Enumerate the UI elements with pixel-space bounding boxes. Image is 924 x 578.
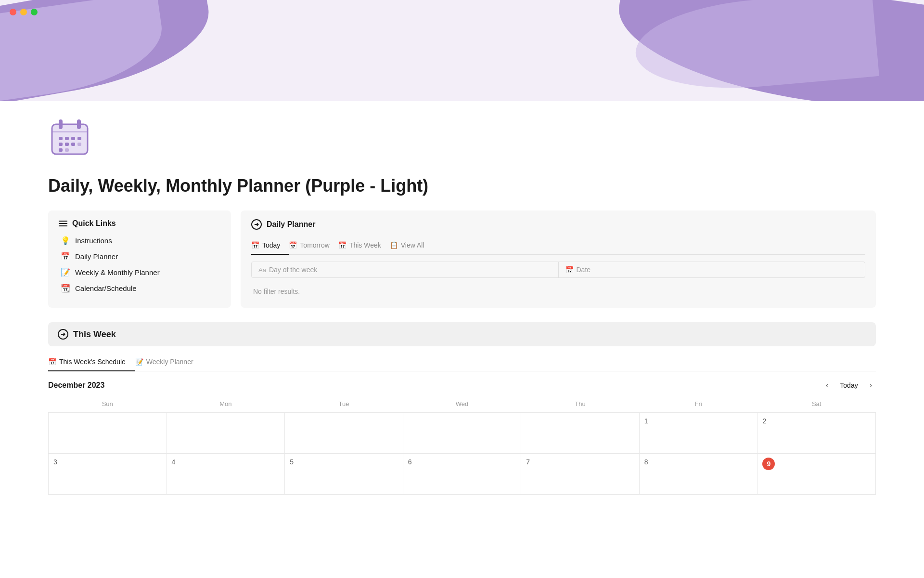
quick-link-weekly-monthly[interactable]: 📝 Weekly & Monthly Planner xyxy=(59,266,220,278)
text-icon: Aa xyxy=(258,266,266,274)
calendar-cell-8[interactable]: 8 xyxy=(639,454,757,495)
this-week-title: This Week xyxy=(73,329,116,340)
calendar-cell-empty4[interactable] xyxy=(403,413,521,454)
calendar-icon: 📅 xyxy=(61,252,70,261)
calendar-week-1: 1 2 xyxy=(49,413,876,454)
svg-rect-0 xyxy=(52,124,88,154)
grid-icon: 📋 xyxy=(390,241,398,249)
calendar-cell-6[interactable]: 6 xyxy=(403,454,521,495)
tab-tomorrow[interactable]: 📅 Tomorrow xyxy=(289,237,338,255)
tab-tomorrow-label: Tomorrow xyxy=(300,241,329,249)
day-7: 7 xyxy=(526,458,530,466)
calendar-cell-empty1[interactable] xyxy=(49,413,167,454)
quick-links-card: Quick Links 💡 Instructions 📅 Daily Plann… xyxy=(48,210,231,308)
quick-link-calendar[interactable]: 📆 Calendar/Schedule xyxy=(59,282,220,294)
minimize-button[interactable] xyxy=(20,9,27,15)
day-8: 8 xyxy=(644,458,648,466)
calendar-cell-4[interactable]: 4 xyxy=(167,454,285,495)
calendar-tomorrow-icon: 📅 xyxy=(289,241,297,249)
quick-link-instructions-label: Instructions xyxy=(75,236,112,245)
calendar-cell-3[interactable]: 3 xyxy=(49,454,167,495)
pencil-icon: 📝 xyxy=(61,268,70,277)
quick-link-daily-planner-label: Daily Planner xyxy=(75,252,118,261)
close-button[interactable] xyxy=(10,9,16,15)
day-1: 1 xyxy=(644,417,648,425)
this-week-section: ➜ This Week 📅 This Week's Schedule 📝 Wee… xyxy=(48,322,876,495)
col-wed: Wed xyxy=(403,397,521,413)
col-sat: Sat xyxy=(757,397,876,413)
calendar-week-2: 3 4 5 6 7 8 xyxy=(49,454,876,495)
tab-weekly-planner-label: Weekly Planner xyxy=(146,358,193,366)
weekly-tabs: 📅 This Week's Schedule 📝 Weekly Planner xyxy=(48,354,876,371)
tab-this-weeks-schedule[interactable]: 📅 This Week's Schedule xyxy=(48,354,135,371)
maximize-button[interactable] xyxy=(31,9,38,15)
calendar-cell-empty5[interactable] xyxy=(521,413,640,454)
page-content: Daily, Weekly, Monthly Planner (Purple -… xyxy=(0,101,924,533)
daily-planner-card: ➜ Daily Planner 📅 Today 📅 Tomorrow 📅 Thi… xyxy=(241,210,876,308)
svg-rect-11 xyxy=(71,143,75,146)
day-6: 6 xyxy=(408,458,412,466)
this-week-arrow-icon: ➜ xyxy=(58,329,68,340)
calendar-cell-2[interactable]: 2 xyxy=(757,413,876,454)
page-icon xyxy=(48,116,876,168)
hero-banner xyxy=(0,0,924,101)
svg-rect-10 xyxy=(65,143,69,146)
menu-icon xyxy=(59,221,67,226)
svg-rect-14 xyxy=(65,148,69,152)
calendar-prev-button[interactable]: ‹ xyxy=(822,379,832,392)
tab-today-label: Today xyxy=(262,241,280,249)
svg-rect-4 xyxy=(52,131,88,132)
no-results-text: No filter results. xyxy=(251,284,865,299)
quick-link-daily-planner[interactable]: 📅 Daily Planner xyxy=(59,250,220,263)
quick-links-header: Quick Links xyxy=(59,219,220,228)
svg-rect-12 xyxy=(77,143,81,146)
svg-rect-13 xyxy=(59,148,63,152)
calendar-cell-5[interactable]: 5 xyxy=(285,454,403,495)
calendar-cell-empty2[interactable] xyxy=(167,413,285,454)
col-fri: Fri xyxy=(639,397,757,413)
this-week-header: ➜ This Week xyxy=(48,322,876,346)
day-9-today: 9 xyxy=(762,458,775,470)
pencil-weekly-icon: 📝 xyxy=(135,358,143,366)
tab-view-all[interactable]: 📋 View All xyxy=(390,237,433,255)
col-tue: Tue xyxy=(285,397,403,413)
svg-rect-2 xyxy=(59,119,63,129)
svg-rect-7 xyxy=(71,137,75,140)
calendar2-icon: 📆 xyxy=(61,284,70,293)
calendar-week-icon: 📅 xyxy=(338,241,346,249)
svg-rect-3 xyxy=(77,119,81,129)
tab-this-week-label: This Week xyxy=(349,241,381,249)
traffic-lights xyxy=(10,9,38,15)
day-4: 4 xyxy=(172,458,176,466)
daily-planner-header: ➜ Daily Planner xyxy=(251,219,865,230)
svg-rect-6 xyxy=(65,137,69,140)
lightbulb-icon: 💡 xyxy=(61,236,70,245)
calendar-cell-9[interactable]: 9 xyxy=(757,454,876,495)
col-sun: Sun xyxy=(49,397,167,413)
calendar-cell-1[interactable]: 1 xyxy=(639,413,757,454)
schedule-icon: 📅 xyxy=(48,358,56,366)
tab-view-all-label: View All xyxy=(401,241,424,249)
day-3: 3 xyxy=(53,458,57,466)
calendar-today-button[interactable]: Today xyxy=(836,380,861,391)
quick-links-title: Quick Links xyxy=(72,219,116,228)
svg-rect-5 xyxy=(59,137,63,140)
page-title: Daily, Weekly, Monthly Planner (Purple -… xyxy=(48,176,876,196)
filter-day-of-week[interactable]: Aa Day of the week xyxy=(252,262,559,277)
tab-this-week[interactable]: 📅 This Week xyxy=(338,237,390,255)
calendar-cell-empty3[interactable] xyxy=(285,413,403,454)
daily-planner-tabs: 📅 Today 📅 Tomorrow 📅 This Week 📋 View Al… xyxy=(251,237,865,255)
filter-row: Aa Day of the week 📅 Date xyxy=(251,262,865,278)
filter-date[interactable]: 📅 Date xyxy=(559,262,865,277)
tab-this-weeks-schedule-label: This Week's Schedule xyxy=(59,358,126,366)
tab-weekly-planner[interactable]: 📝 Weekly Planner xyxy=(135,354,203,371)
calendar-grid: Sun Mon Tue Wed Thu Fri Sat xyxy=(48,397,876,495)
tab-today[interactable]: 📅 Today xyxy=(251,237,289,255)
calendar-next-button[interactable]: › xyxy=(866,379,876,392)
calendar-nav-right: ‹ Today › xyxy=(822,379,876,392)
main-grid: Quick Links 💡 Instructions 📅 Daily Plann… xyxy=(48,210,876,308)
day-2: 2 xyxy=(762,417,766,425)
quick-link-calendar-label: Calendar/Schedule xyxy=(75,284,137,292)
quick-link-instructions[interactable]: 💡 Instructions xyxy=(59,235,220,247)
calendar-cell-7[interactable]: 7 xyxy=(521,454,640,495)
